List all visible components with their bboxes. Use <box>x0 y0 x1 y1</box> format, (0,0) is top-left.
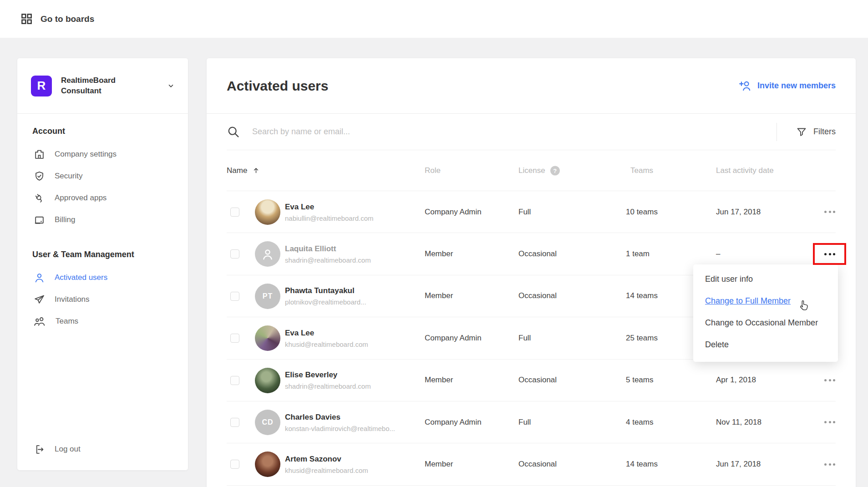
row-checkbox[interactable] <box>230 249 239 259</box>
teams-link[interactable]: 14 teams <box>626 291 658 300</box>
license-cell: Full <box>518 418 531 427</box>
teams-link[interactable]: 10 teams <box>626 208 658 217</box>
sidebar-item-label: Invitations <box>55 295 90 304</box>
logout-label: Log out <box>55 445 81 454</box>
avatar <box>255 199 280 225</box>
search-input[interactable] <box>252 127 777 137</box>
annotation-highlight-box <box>813 243 846 265</box>
menu-item-delete[interactable]: Delete <box>693 334 838 355</box>
teams-link[interactable]: 4 teams <box>626 418 653 427</box>
role-cell: Company Admin <box>425 334 482 343</box>
row-checkbox[interactable] <box>230 208 239 217</box>
teams-link[interactable]: 25 teams <box>626 334 658 343</box>
column-header-last-activity-date: Last activity date <box>716 166 774 175</box>
user-email: shadrin@realtimeboard.com <box>285 256 371 264</box>
user-email: plotnikov@realtimeboard... <box>285 298 366 306</box>
user-email: khusid@realtimeboard.com <box>285 467 368 474</box>
avatar <box>255 368 280 393</box>
help-icon[interactable]: ? <box>550 166 560 175</box>
row-checkbox[interactable] <box>230 292 239 301</box>
menu-item-edit-user-info[interactable]: Edit user info <box>693 268 838 290</box>
sidebar-item-billing[interactable]: Billing <box>17 209 188 231</box>
avatar: CD <box>255 410 280 435</box>
row-checkbox[interactable] <box>230 418 239 427</box>
menu-item-change-to-full-member[interactable]: Change to Full Member <box>693 290 838 312</box>
avatar <box>255 241 280 267</box>
sidebar-nav: AccountCompany settingsSecurityApproved … <box>17 114 188 332</box>
workspace-name: RealtimeBoard Consultant <box>61 76 141 96</box>
sidebar-item-invitations[interactable]: Invitations <box>17 289 188 310</box>
sidebar-item-security[interactable]: Security <box>17 165 188 187</box>
filters-button[interactable]: Filters <box>796 127 836 137</box>
user-name: Eva Lee <box>285 328 368 337</box>
row-checkbox[interactable] <box>230 334 239 343</box>
go-to-boards-link[interactable]: Go to boards <box>41 14 94 24</box>
row-checkbox[interactable] <box>230 376 239 385</box>
user-name: Charles Davies <box>285 412 395 421</box>
column-header-name[interactable]: Name <box>227 166 260 175</box>
license-cell: Full <box>518 334 531 343</box>
role-cell: Company Admin <box>425 208 482 217</box>
avatar <box>255 325 280 351</box>
plug-icon <box>34 193 45 204</box>
sidebar-item-company-settings[interactable]: Company settings <box>17 143 188 165</box>
logout-icon <box>34 444 45 455</box>
avatar-initials: CD <box>262 418 273 426</box>
sidebar-item-teams[interactable]: Teams <box>17 310 188 332</box>
sidebar-item-label: Security <box>55 172 82 181</box>
last-activity-cell: Apr 1, 2018 <box>716 375 756 385</box>
sidebar-item-label: Company settings <box>55 150 117 159</box>
column-header-teams: Teams <box>630 166 653 175</box>
teams-link[interactable]: 14 teams <box>626 460 658 469</box>
row-context-menu: Edit user infoChange to Full MemberChang… <box>693 264 838 362</box>
license-cell: Occasional <box>518 375 557 385</box>
table-row: Eva Lee nabiullin@realtimeboard.com Comp… <box>227 191 836 233</box>
invite-new-members-button[interactable]: Invite new members <box>739 80 836 92</box>
boards-grid-icon[interactable] <box>20 13 33 25</box>
role-cell: Member <box>425 291 453 300</box>
table-row: CD Charles Davies konstan-vladimirovich@… <box>227 401 836 443</box>
user-name: Artem Sazonov <box>285 455 368 464</box>
teams-link[interactable]: 5 teams <box>626 375 653 385</box>
teams-link[interactable]: 1 team <box>626 249 650 259</box>
sidebar-section-heading: User & Team Management <box>17 250 188 259</box>
hand-cursor-icon <box>797 298 811 314</box>
table-header: NameRoleLicense?TeamsLast activity date <box>227 150 836 191</box>
avatar: PT <box>255 284 280 309</box>
row-actions-button[interactable] <box>818 415 841 430</box>
last-activity-cell: Jun 17, 2018 <box>716 460 761 469</box>
row-actions-button[interactable] <box>818 204 841 220</box>
search-icon <box>227 125 240 138</box>
sidebar-item-approved-apps[interactable]: Approved apps <box>17 187 188 209</box>
user-email: nabiullin@realtimeboard.com <box>285 214 374 222</box>
sidebar-item-activated-users[interactable]: Activated users <box>17 267 188 289</box>
row-checkbox[interactable] <box>230 460 239 469</box>
topbar: Go to boards <box>0 0 868 38</box>
license-cell: Occasional <box>518 291 557 300</box>
sidebar-item-label: Activated users <box>55 273 107 282</box>
row-actions-button[interactable] <box>818 372 841 388</box>
sidebar-item-label: Teams <box>56 317 78 326</box>
user-email: khusid@realtimeboard.com <box>285 340 368 348</box>
workspace-switcher[interactable]: R RealtimeBoard Consultant <box>17 58 188 114</box>
user-name: Eva Lee <box>285 202 374 211</box>
user-name: Phawta Tuntayakul <box>285 286 366 295</box>
sidebar-item-label: Billing <box>55 215 75 224</box>
logout-button[interactable]: Log out <box>17 438 188 460</box>
person-icon <box>34 272 45 284</box>
last-activity-cell: Nov 11, 2018 <box>716 418 761 427</box>
role-cell: Member <box>425 460 453 469</box>
billing-icon <box>34 214 45 226</box>
chevron-down-icon[interactable] <box>167 81 175 90</box>
role-cell: Member <box>425 249 453 259</box>
avatar <box>255 451 280 477</box>
user-name: Elise Beverley <box>285 370 371 380</box>
role-cell: Member <box>425 375 453 385</box>
avatar-initials: PT <box>263 292 273 300</box>
menu-item-change-to-occasional-member[interactable]: Change to Occasional Member <box>693 312 838 334</box>
row-actions-button[interactable] <box>818 457 841 472</box>
table-row: Artem Sazonov khusid@realtimeboard.com M… <box>227 443 836 485</box>
people-icon <box>34 316 46 327</box>
sidebar: R RealtimeBoard Consultant AccountCompan… <box>17 58 188 470</box>
invite-label: Invite new members <box>757 81 836 91</box>
